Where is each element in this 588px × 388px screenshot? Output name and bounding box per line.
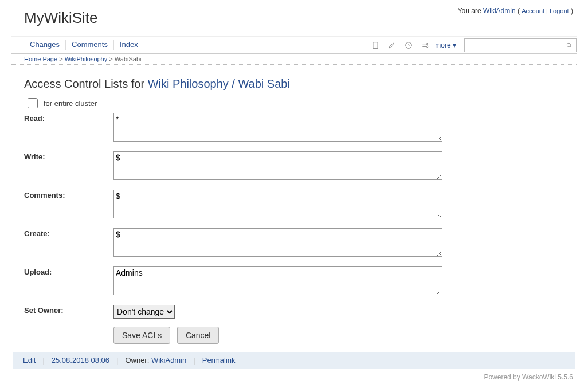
label-comments: Comments:: [24, 190, 113, 220]
history-icon[interactable]: [405, 41, 413, 49]
footer-edit[interactable]: Edit: [23, 356, 36, 365]
acl-heading: Access Control Lists for Wiki Philosophy…: [24, 77, 565, 93]
page-icon[interactable]: [371, 41, 379, 49]
textarea-write[interactable]: [113, 151, 442, 180]
settings-icon[interactable]: [421, 41, 429, 49]
row-comments: Comments:: [24, 190, 565, 220]
account-link[interactable]: Account: [522, 7, 544, 14]
logout-link[interactable]: Logout: [550, 7, 569, 14]
footer-bar: Edit | 25.08.2018 08:06 | Owner: WikiAdm…: [13, 352, 575, 369]
cluster-checkbox[interactable]: [28, 98, 38, 108]
row-read: Read:: [24, 113, 565, 143]
nav-row: Changes Comments Index more ▾: [11, 36, 577, 54]
cluster-row: for entire cluster: [24, 98, 565, 108]
powered-by: Powered by WackoWiki 5.5.6: [484, 373, 573, 381]
svg-point-4: [567, 43, 571, 47]
svg-point-3: [427, 46, 428, 47]
row-upload: Upload:: [24, 266, 565, 297]
textarea-create[interactable]: [113, 228, 442, 257]
footer-timestamp[interactable]: 25.08.2018 08:06: [52, 356, 109, 365]
textarea-upload[interactable]: [113, 266, 442, 295]
user-name-link[interactable]: WikiAdmin: [483, 7, 516, 15]
icon-row: [371, 41, 429, 49]
row-owner: Set Owner: Don't change: [24, 305, 565, 319]
button-row: Save ACLs Cancel: [24, 327, 565, 344]
user-prefix: You are: [458, 7, 483, 15]
nav-tabs: Changes Comments Index: [11, 40, 147, 50]
cancel-button[interactable]: Cancel: [177, 327, 219, 344]
edit-icon[interactable]: [388, 41, 396, 49]
crumb-l2[interactable]: WikiPhilosophy: [65, 56, 108, 62]
breadcrumb: Home Page > WikiPhilosophy > WabiSabi: [11, 54, 577, 65]
svg-point-2: [427, 43, 428, 44]
textarea-comments[interactable]: [113, 190, 442, 218]
row-create: Create:: [24, 228, 565, 258]
nav-index[interactable]: Index: [114, 40, 144, 50]
more-link[interactable]: more ▾: [435, 41, 456, 49]
footer-owner-link[interactable]: WikiAdmin: [151, 356, 186, 365]
user-bar: You are WikiAdmin ( Account | Logout ): [458, 7, 573, 15]
search-box[interactable]: [464, 38, 577, 52]
label-write: Write:: [24, 151, 113, 182]
search-icon: [566, 42, 573, 49]
nav-comments[interactable]: Comments: [66, 40, 114, 50]
cluster-label: for entire cluster: [44, 99, 97, 108]
content: Access Control Lists for Wiki Philosophy…: [11, 65, 577, 344]
label-upload: Upload:: [24, 266, 113, 297]
label-read: Read:: [24, 113, 113, 143]
select-owner[interactable]: Don't change: [113, 305, 175, 319]
footer-permalink[interactable]: Permalink: [202, 356, 236, 365]
nav-right: more ▾: [371, 38, 577, 52]
label-create: Create:: [24, 228, 113, 258]
row-write: Write:: [24, 151, 565, 182]
crumb-current: WabiSabi: [115, 56, 142, 62]
textarea-read[interactable]: [113, 113, 442, 142]
nav-changes[interactable]: Changes: [24, 40, 66, 50]
acl-page-link[interactable]: Wiki Philosophy / Wabi Sabi: [148, 77, 290, 90]
label-owner: Set Owner:: [24, 305, 113, 319]
crumb-home[interactable]: Home Page: [24, 56, 57, 62]
save-button[interactable]: Save ACLs: [113, 327, 170, 344]
svg-rect-0: [373, 42, 378, 48]
